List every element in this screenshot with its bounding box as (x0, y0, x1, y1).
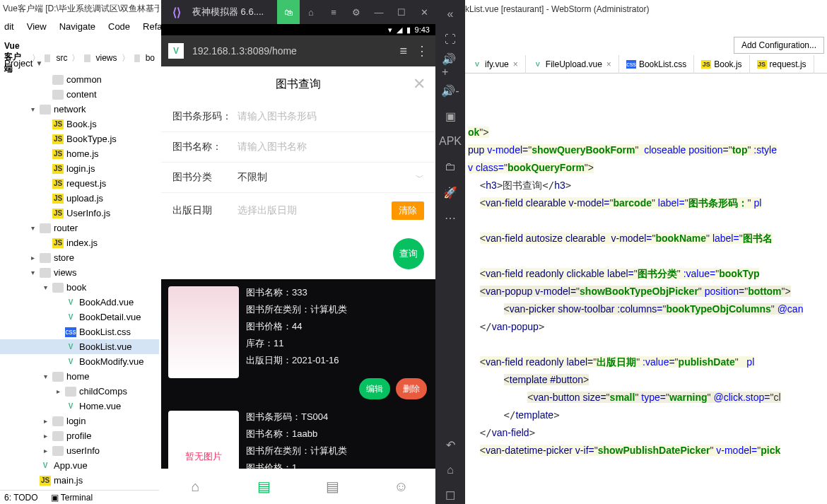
tab-list[interactable]: ▤ (230, 469, 298, 504)
editor-tab[interactable]: Vify.vue× (465, 55, 526, 74)
barcode-input[interactable]: 请输入图书条形码 (237, 110, 424, 123)
tree-item[interactable]: JSlogin.js (0, 161, 159, 176)
card-line: 图书名称：333 (246, 286, 428, 299)
tree-item[interactable]: VBookModify.vue (0, 354, 159, 369)
menu-bar: dit View Navigate Code Refactor (0, 18, 182, 35)
editor-tab[interactable]: cssBookList.css (619, 55, 694, 74)
tree-item[interactable]: ▸profile (0, 428, 159, 443)
tree-item[interactable]: ▸login (0, 414, 159, 428)
emu-maximize-icon[interactable]: ☐ (390, 0, 413, 24)
project-tree[interactable]: commoncontent▾networkJSBook.jsJSBookType… (0, 72, 159, 489)
emu-home-icon[interactable]: ⌂ (300, 0, 322, 24)
breadcrumb-views[interactable]: views (96, 53, 117, 63)
modal-title: 图书查询 (276, 77, 321, 92)
tab-close-icon[interactable]: × (606, 59, 611, 69)
booktype-label: 图书分类 (172, 171, 237, 184)
tree-item[interactable]: ▾book (0, 280, 159, 295)
card-line: 图书名称：1aabb (246, 428, 428, 440)
card-line: 图书价格：44 (246, 320, 428, 333)
code-editor[interactable]: ok"> pup v-model="showQueryBookForm" clo… (465, 78, 827, 490)
tree-item[interactable]: ▾home (0, 369, 159, 384)
card-line: 图书条形码：TS004 (246, 411, 428, 423)
emulator-title: 夜神模拟器 6.6.... (192, 6, 277, 18)
project-panel-label[interactable]: Project▼ (4, 58, 42, 69)
pubdate-input[interactable]: 选择出版日期 (237, 204, 392, 217)
sb-screenshot-icon[interactable]: ▣ (442, 107, 459, 124)
tree-item[interactable]: JSUserInfo.js (0, 206, 159, 221)
tree-item[interactable]: cssBookList.css (0, 324, 159, 339)
editor-tab[interactable]: JSBook.js (694, 55, 749, 74)
sb-apk-icon[interactable]: APK (442, 133, 459, 150)
sb-fullscreen-icon[interactable]: ⛶ (442, 31, 459, 48)
tree-item[interactable]: JSindex.js (0, 235, 159, 250)
tree-item[interactable]: content (0, 87, 159, 102)
sb-collapse-icon[interactable]: « (442, 6, 459, 23)
emu-minimize-icon[interactable]: — (368, 0, 390, 24)
sb-home-icon[interactable]: ⌂ (442, 462, 459, 479)
url-text[interactable]: 192.168.1.3:8089/home (192, 45, 391, 57)
bookname-label: 图书名称： (172, 141, 237, 153)
menu-navigate[interactable]: Navigate (59, 21, 95, 33)
tree-item[interactable]: JSmain.js (0, 473, 159, 488)
menu-edit[interactable]: dit (4, 21, 14, 33)
emu-menu-icon[interactable]: ≡ (322, 0, 345, 24)
tree-item[interactable]: ▸store (0, 250, 159, 265)
chevron-down-icon[interactable]: ﹀ (416, 172, 424, 184)
tree-item[interactable]: ▸childComps (0, 384, 159, 399)
bookname-input[interactable]: 请输入图书名称 (237, 141, 424, 153)
modal-close-icon[interactable]: ✕ (413, 75, 426, 93)
tab-close-icon[interactable]: × (513, 59, 518, 69)
tree-item[interactable]: VHome.vue (0, 399, 159, 414)
tree-item[interactable]: JSBookType.js (0, 131, 159, 146)
tab-home[interactable]: ⌂ (161, 469, 230, 504)
editor-tab[interactable]: VFileUpload.vue× (526, 55, 619, 74)
delete-button[interactable]: 删除 (396, 378, 427, 399)
breadcrumb-src[interactable]: src (56, 53, 67, 63)
emu-close-icon[interactable]: ✕ (413, 0, 435, 24)
tree-item[interactable]: VBookDetail.vue (0, 310, 159, 324)
tree-item[interactable]: JSBook.js (0, 117, 159, 131)
tree-item[interactable]: JSrequest.js (0, 176, 159, 191)
sb-back-icon[interactable]: ↶ (442, 436, 459, 453)
sb-volup-icon[interactable]: 🔊+ (442, 57, 459, 74)
terminal-tool[interactable]: ▣ Terminal (51, 493, 93, 503)
android-status-bar: ▾ ◢ ▮ 9:43 (161, 24, 435, 35)
sb-rocket-icon[interactable]: 🚀 (442, 184, 459, 201)
tab-doc[interactable]: ▤ (298, 469, 367, 504)
clear-button[interactable]: 清除 (392, 201, 424, 220)
status-time: 9:43 (415, 25, 430, 34)
tree-item[interactable]: JShome.js (0, 146, 159, 161)
sb-recent-icon[interactable]: ☐ (442, 487, 459, 504)
tree-item[interactable]: ▸userInfo (0, 443, 159, 458)
sb-folder-icon[interactable]: 🗀 (442, 158, 459, 175)
tree-item[interactable]: ▾router (0, 221, 159, 235)
modal-backdrop[interactable]: 图书名称：333 图书所在类别：计算机类 图书价格：44 库存：11 出版日期：… (161, 279, 435, 504)
tree-item[interactable]: VApp.vue (0, 458, 159, 473)
sb-more-icon[interactable]: ⋯ (442, 209, 459, 226)
barcode-label: 图书条形码： (172, 110, 237, 123)
tab-user[interactable]: ☺ (367, 469, 435, 504)
breadcrumb-bo[interactable]: bo (146, 53, 155, 63)
pubdate-label: 出版日期 (172, 204, 237, 217)
tree-item[interactable]: common (0, 72, 159, 87)
kebab-icon[interactable]: ⋮ (416, 43, 428, 59)
editor-tab[interactable]: JSrequest.js (750, 55, 814, 74)
card-line: 图书所在类别：计算机类 (246, 445, 428, 457)
emu-settings-icon[interactable]: ⚙ (345, 0, 368, 24)
sb-voldown-icon[interactable]: 🔊- (442, 82, 459, 99)
booktype-select[interactable]: 不限制 (237, 171, 416, 184)
tree-item[interactable]: ▾network (0, 102, 159, 117)
hamburger-icon[interactable]: ≡ (399, 44, 407, 59)
emu-store-icon[interactable]: 🛍 (277, 0, 300, 24)
query-button[interactable]: 查询 (393, 238, 424, 269)
tree-item[interactable]: JSupload.js (0, 191, 159, 206)
todo-tool[interactable]: 6: TODO (4, 493, 38, 503)
nox-logo-icon: ⟨⟩ (161, 6, 192, 19)
tree-item[interactable]: ▾views (0, 265, 159, 280)
tree-item[interactable]: VBookList.vue (0, 339, 159, 354)
add-configuration-button[interactable]: Add Configuration... (734, 37, 824, 54)
menu-code[interactable]: Code (108, 21, 130, 33)
menu-view[interactable]: View (27, 21, 47, 33)
tree-item[interactable]: VBookAdd.vue (0, 295, 159, 310)
edit-button[interactable]: 编辑 (359, 378, 390, 399)
